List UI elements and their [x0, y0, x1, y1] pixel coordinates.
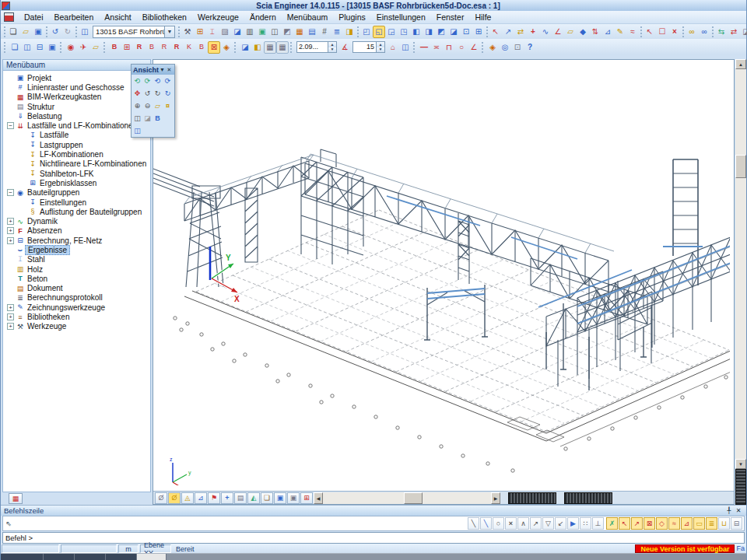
- vscroll-up-arrow[interactable]: ▲: [735, 59, 746, 69]
- search-members-icon[interactable]: ∞: [686, 26, 698, 38]
- polygon-icon[interactable]: ▱: [564, 26, 577, 38]
- print-view-icon[interactable]: ◫: [132, 113, 142, 124]
- tree-expander[interactable]: [19, 199, 26, 206]
- circle-display-icon[interactable]: ○: [455, 41, 468, 54]
- spinner-down-icon[interactable]: ▼: [377, 47, 384, 53]
- export-image-icon[interactable]: ◨: [343, 26, 356, 38]
- snap-intersection-icon[interactable]: ⊠: [644, 517, 655, 530]
- tree-lastfaelle-lf-kombinationen[interactable]: − ⇊ Lastfälle und LF-Kombinationen: [5, 121, 150, 130]
- toolbar-grip[interactable]: [290, 42, 293, 53]
- save-button[interactable]: ▣: [32, 26, 44, 38]
- activate-selection-icon[interactable]: ⇆: [715, 26, 728, 38]
- deactivate-selection-icon[interactable]: ⇄: [728, 26, 740, 38]
- tree-expander[interactable]: [7, 93, 14, 100]
- toolbar-grip[interactable]: [178, 26, 180, 37]
- snap-orthogonal-icon[interactable]: ◇: [656, 517, 668, 530]
- measure-tool-icon[interactable]: ⊔: [718, 517, 730, 530]
- view-preset-5[interactable]: ◧: [410, 26, 423, 38]
- track-ne-icon[interactable]: ↗: [530, 517, 542, 530]
- save-image-icon[interactable]: ◪: [239, 41, 251, 54]
- trim-icon[interactable]: ⊿: [601, 26, 614, 38]
- show-sections-icon[interactable]: ⚑: [208, 492, 220, 504]
- move-node-icon[interactable]: ↖: [489, 26, 502, 38]
- tree-lf-kombinationen[interactable]: ↧ LF-Kombinationen: [5, 149, 150, 159]
- track-up-icon[interactable]: ∧: [517, 517, 529, 530]
- ansicht-dropdown-icon[interactable]: ▼: [159, 67, 166, 72]
- taskbar-segment[interactable]: [44, 554, 75, 560]
- view-along-x-icon[interactable]: ⟲: [132, 75, 142, 86]
- tree-bauteilgruppen[interactable]: − ◉ Bauteilgruppen: [5, 188, 150, 198]
- gallery-icon[interactable]: ▦: [293, 26, 306, 38]
- tree-expander[interactable]: +: [7, 304, 14, 311]
- menu-datei[interactable]: Datei: [19, 12, 49, 23]
- tree-dynamik[interactable]: + ∿ Dynamik: [5, 216, 150, 226]
- result-grid-icon[interactable]: ⊞: [300, 492, 313, 504]
- center-view-icon[interactable]: ◈: [220, 41, 233, 54]
- show-local-axes-toggle[interactable]: B: [195, 41, 208, 54]
- cursor-line-2-icon[interactable]: ╲: [480, 517, 492, 530]
- rotate-locked-icon[interactable]: ↻: [163, 88, 173, 99]
- menu-hilfe[interactable]: Hilfe: [469, 12, 496, 23]
- view-axonometric-icon[interactable]: ⟳: [163, 75, 173, 86]
- view-preset-4[interactable]: ◳: [398, 26, 410, 38]
- search-nodes-icon[interactable]: ∞: [698, 26, 710, 38]
- view-along-y-icon[interactable]: ⟳: [142, 75, 153, 86]
- tree-struktur[interactable]: ▤ Struktur: [5, 102, 150, 111]
- tree-bibliotheken[interactable]: + ≡ Bibliotheken: [5, 312, 150, 321]
- tree-holz[interactable]: ▥ Holz: [5, 264, 150, 274]
- toolbar-grip[interactable]: [482, 42, 485, 53]
- menu-bearbeiten[interactable]: Bearbeiten: [49, 12, 100, 23]
- toolbar-grip[interactable]: [46, 26, 47, 37]
- toolbar-grip[interactable]: [712, 26, 714, 37]
- taskbar-segment[interactable]: [137, 554, 167, 560]
- catalog-icon[interactable]: ▥: [244, 26, 256, 38]
- show-axes-icon[interactable]: ⊿: [195, 492, 207, 504]
- tree-expander[interactable]: [7, 113, 14, 120]
- quick-view-icon[interactable]: ⌂: [387, 41, 399, 54]
- tree-belastung[interactable]: ⇓ Belastung: [5, 111, 150, 121]
- show-model-data-toggle[interactable]: ⊠: [208, 41, 220, 54]
- copy-view-icon[interactable]: ◪: [142, 113, 153, 124]
- toolbar-grip[interactable]: [4, 26, 5, 37]
- table-tool-icon[interactable]: ⊟: [731, 517, 742, 530]
- fly-mode-icon[interactable]: ✈: [77, 41, 89, 54]
- toolbar-grip[interactable]: [60, 42, 63, 53]
- hatch-icon[interactable]: ◆: [577, 26, 589, 38]
- zoom-in-icon[interactable]: ⊕: [132, 100, 142, 111]
- numbering-icon[interactable]: ◫: [399, 41, 412, 54]
- track-sw-icon[interactable]: ↙: [555, 517, 566, 530]
- picture-2-icon[interactable]: ▣: [287, 492, 300, 504]
- library-blocks-icon[interactable]: ⊞: [194, 26, 206, 38]
- tree-stahlbeton-lfk[interactable]: ↧ Stahlbeton-LFK: [5, 169, 150, 178]
- open-file-button[interactable]: ▱: [19, 26, 32, 38]
- show-labels-toggle[interactable]: R: [158, 41, 170, 54]
- docked-toolbar-collapsed-3[interactable]: [735, 469, 746, 505]
- menu-plugins[interactable]: Plugins: [333, 12, 370, 23]
- tree-expander[interactable]: +: [7, 237, 14, 244]
- spinner-down-icon[interactable]: ▼: [328, 47, 336, 53]
- pin-icon[interactable]: ╀: [724, 507, 734, 514]
- export-view-icon[interactable]: ▱: [89, 41, 102, 54]
- toolbar-grip[interactable]: [682, 26, 684, 37]
- show-members-toggle[interactable]: ⊞: [121, 41, 133, 54]
- close-icon[interactable]: ✕: [734, 507, 743, 514]
- ansicht-toolbar-titlebar[interactable]: Ansicht ▼ ✕: [132, 65, 174, 75]
- supports-display-icon[interactable]: ≍: [430, 41, 443, 54]
- toolbar-grip[interactable]: [640, 26, 642, 37]
- hscroll-left-arrow[interactable]: ◀: [314, 492, 323, 504]
- materials-icon[interactable]: ▨: [219, 26, 231, 38]
- ruler-snap-icon[interactable]: ⊥: [592, 517, 604, 530]
- menu-bibliotheken[interactable]: Bibliotheken: [137, 12, 192, 23]
- tree-expander[interactable]: [7, 294, 14, 301]
- menu-aendern[interactable]: Ändern: [244, 12, 282, 23]
- curve-icon[interactable]: ∿: [539, 26, 552, 38]
- zoom-out-icon[interactable]: ⊖: [142, 100, 153, 111]
- perspective-toggle-icon[interactable]: ◫: [132, 125, 142, 136]
- tree-auflistung-bauteilgruppen[interactable]: § Auflistung der Bauteilgruppen: [5, 207, 150, 216]
- copy-member-icon[interactable]: ↗: [502, 26, 514, 38]
- tree-expander[interactable]: [7, 285, 14, 292]
- bcf-manager-icon[interactable]: ◈: [486, 41, 499, 54]
- tree-lastfaelle[interactable]: ↧ Lastfälle: [5, 131, 150, 140]
- tree-expander[interactable]: +: [7, 323, 14, 330]
- select-rectangle-icon[interactable]: ☐: [656, 26, 668, 38]
